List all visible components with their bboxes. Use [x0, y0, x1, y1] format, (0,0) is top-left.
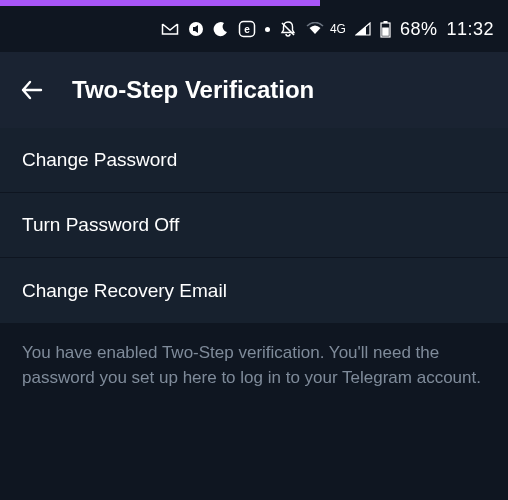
sound-icon	[188, 21, 204, 37]
gmail-icon	[161, 22, 179, 36]
notifications-off-icon	[279, 20, 297, 38]
svg-rect-6	[382, 27, 389, 35]
battery-icon	[380, 21, 391, 38]
options-list: Change Password Turn Password Off Change…	[0, 128, 508, 323]
change-password-item[interactable]: Change Password	[0, 128, 508, 193]
wifi-icon	[306, 22, 324, 36]
change-recovery-email-item[interactable]: Change Recovery Email	[0, 258, 508, 323]
moon-icon	[213, 21, 229, 37]
turn-password-off-item[interactable]: Turn Password Off	[0, 193, 508, 258]
e-badge-icon: e	[238, 20, 256, 38]
page-title: Two-Step Verification	[72, 76, 314, 104]
back-button[interactable]	[18, 76, 46, 104]
arrow-left-icon	[19, 77, 45, 103]
list-item-label: Change Recovery Email	[22, 280, 227, 302]
footer-description: You have enabled Two-Step verification. …	[0, 323, 508, 414]
signal-icon	[355, 22, 371, 36]
list-item-label: Turn Password Off	[22, 214, 179, 236]
dot-icon	[265, 27, 270, 32]
app-bar: Two-Step Verification	[0, 52, 508, 128]
clock: 11:32	[446, 19, 494, 40]
svg-text:e: e	[244, 24, 250, 35]
status-bar: e 4G 68% 11:32	[0, 6, 508, 52]
battery-percent: 68%	[400, 19, 438, 40]
network-type: 4G	[330, 22, 346, 36]
list-item-label: Change Password	[22, 149, 177, 171]
